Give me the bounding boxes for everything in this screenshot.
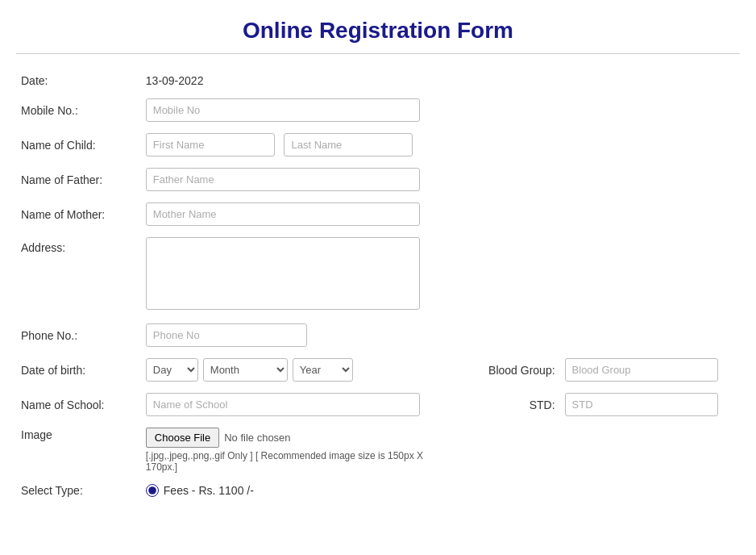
fees-option-text: Fees - Rs. 1100 /- bbox=[164, 484, 254, 497]
mobile-row: Mobile No.: bbox=[16, 93, 740, 127]
address-label: Address: bbox=[16, 232, 141, 318]
mobile-input[interactable] bbox=[146, 98, 420, 122]
father-row: Name of Father: bbox=[16, 162, 740, 197]
fees-radio-label[interactable]: Fees - Rs. 1100 /- bbox=[146, 484, 457, 497]
mother-cell bbox=[141, 197, 462, 232]
image-label: Image bbox=[16, 422, 141, 478]
fees-radio[interactable] bbox=[146, 484, 159, 497]
father-name-input[interactable] bbox=[146, 168, 420, 191]
blood-group-label: Blood Group: bbox=[462, 353, 560, 387]
date-row: Date: 13-09-2022 bbox=[16, 69, 740, 93]
dob-label: Date of birth: bbox=[16, 353, 141, 387]
mother-label: Name of Mother: bbox=[16, 197, 141, 232]
child-name-row: Name of Child: bbox=[16, 127, 740, 162]
school-std-row: Name of School: STD: bbox=[16, 387, 740, 422]
std-label: STD: bbox=[462, 387, 560, 422]
date-label: Date: bbox=[16, 69, 141, 93]
select-type-label: Select Type: bbox=[16, 478, 141, 503]
dob-blood-row: Date of birth: Day 1234 5678 9101112 131… bbox=[16, 353, 740, 387]
blood-group-input[interactable] bbox=[565, 358, 718, 382]
school-name-input[interactable] bbox=[146, 393, 420, 416]
school-label: Name of School: bbox=[16, 387, 141, 422]
mobile-label: Mobile No.: bbox=[16, 93, 141, 127]
mother-name-input[interactable] bbox=[146, 202, 420, 226]
dob-month-select[interactable]: Month JanuaryFebruaryMarch AprilMayJune … bbox=[203, 358, 288, 382]
address-cell bbox=[141, 232, 462, 318]
registration-form: Date: 13-09-2022 Mobile No.: Name of Chi… bbox=[16, 69, 740, 503]
title-divider bbox=[16, 53, 740, 54]
page-title: Online Registration Form bbox=[16, 8, 740, 53]
date-value: 13-09-2022 bbox=[141, 69, 462, 93]
phone-label: Phone No.: bbox=[16, 318, 141, 353]
father-cell bbox=[141, 162, 462, 197]
mobile-cell bbox=[141, 93, 462, 127]
school-cell bbox=[141, 387, 462, 422]
child-name-label: Name of Child: bbox=[16, 127, 141, 162]
image-cell: Choose File No file chosen [.jpg,.jpeg,.… bbox=[141, 422, 462, 478]
image-hint: [.jpg,.jpeg,.png,.gif Only ] [ Recommend… bbox=[146, 448, 457, 473]
father-label: Name of Father: bbox=[16, 162, 141, 197]
address-row: Address: bbox=[16, 232, 740, 318]
blood-group-cell bbox=[560, 353, 740, 387]
last-name-input[interactable] bbox=[284, 133, 413, 156]
phone-row: Phone No.: bbox=[16, 318, 740, 353]
select-type-row: Select Type: Fees - Rs. 1100 /- bbox=[16, 478, 740, 503]
phone-input[interactable] bbox=[146, 323, 307, 347]
child-name-cell bbox=[141, 127, 462, 162]
dob-cell: Day 1234 5678 9101112 13141516 17181920 … bbox=[141, 353, 462, 387]
dob-day-select[interactable]: Day 1234 5678 9101112 13141516 17181920 … bbox=[146, 358, 198, 382]
select-type-cell: Fees - Rs. 1100 /- bbox=[141, 478, 462, 503]
std-cell bbox=[560, 387, 740, 422]
first-name-input[interactable] bbox=[146, 133, 275, 156]
file-chosen-text: No file chosen bbox=[224, 432, 290, 444]
mother-row: Name of Mother: bbox=[16, 197, 740, 232]
address-textarea[interactable] bbox=[146, 237, 420, 310]
image-row: Image Choose File No file chosen [.jpg,.… bbox=[16, 422, 740, 478]
phone-cell bbox=[141, 318, 462, 353]
dob-year-select[interactable]: Year 202220212020 201920182017 201620152… bbox=[293, 358, 353, 382]
std-input[interactable] bbox=[565, 393, 718, 416]
choose-file-button[interactable]: Choose File bbox=[146, 428, 219, 448]
